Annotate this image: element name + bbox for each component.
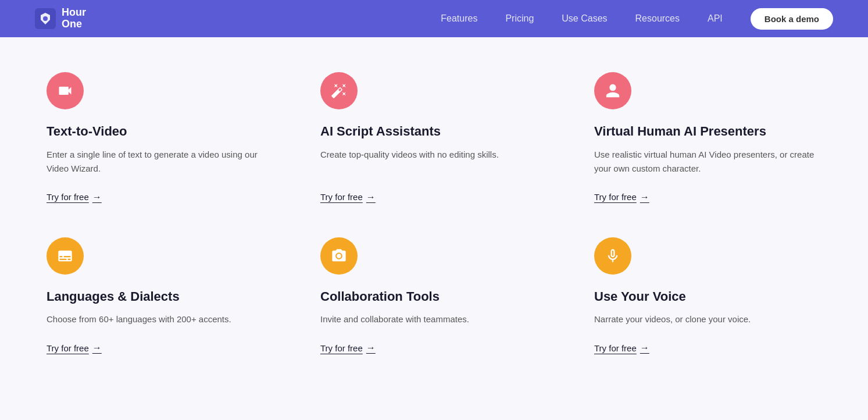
feature-card-ai-script: AI Script Assistants Create top-quality … — [320, 72, 548, 202]
text-to-video-icon-circle — [47, 72, 84, 109]
nav-use-cases[interactable]: Use Cases — [562, 13, 607, 24]
voice-desc: Narrate your videos, or clone your voice… — [594, 312, 821, 326]
feature-card-languages: Languages & Dialects Choose from 60+ lan… — [47, 237, 274, 354]
arrow-icon: → — [640, 343, 649, 353]
feature-card-collaboration: Collaboration Tools Invite and collabora… — [320, 237, 548, 354]
magic-icon — [331, 83, 347, 99]
feature-card-text-to-video: Text-to-Video Enter a single line of tex… — [47, 72, 274, 202]
text-to-video-desc: Enter a single line of text to generate … — [47, 148, 274, 176]
collaboration-icon-circle — [320, 237, 358, 275]
languages-desc: Choose from 60+ languages with 200+ acce… — [47, 312, 274, 326]
collaboration-cta[interactable]: Try for free → — [320, 343, 376, 353]
arrow-icon: → — [366, 343, 376, 353]
logo-icon — [35, 8, 56, 29]
collaboration-desc: Invite and collaborate with teammates. — [320, 312, 548, 326]
nav-api[interactable]: API — [708, 13, 723, 24]
voice-icon-circle — [594, 237, 631, 275]
book-demo-button[interactable]: Book a demo — [751, 8, 833, 30]
captions-icon — [57, 248, 73, 264]
virtual-human-cta[interactable]: Try for free → — [594, 192, 649, 202]
person-icon — [605, 83, 621, 99]
navbar: Hour One Features Pricing Use Cases Reso… — [0, 0, 868, 37]
mic-icon — [605, 248, 621, 264]
nav-links: Features Pricing Use Cases Resources API… — [441, 8, 833, 30]
virtual-human-title: Virtual Human AI Presenters — [594, 123, 821, 140]
features-grid: Text-to-Video Enter a single line of tex… — [47, 72, 821, 353]
arrow-icon: → — [640, 192, 649, 202]
camera-icon — [331, 248, 347, 264]
svg-point-1 — [43, 16, 48, 21]
languages-title: Languages & Dialects — [47, 289, 274, 305]
nav-resources[interactable]: Resources — [635, 13, 680, 24]
ai-script-title: AI Script Assistants — [320, 123, 548, 140]
feature-card-virtual-human: Virtual Human AI Presenters Use realisti… — [594, 72, 821, 202]
feature-card-voice: Use Your Voice Narrate your videos, or c… — [594, 237, 821, 354]
text-to-video-cta[interactable]: Try for free → — [47, 192, 102, 202]
voice-title: Use Your Voice — [594, 289, 821, 305]
virtual-human-icon-circle — [594, 72, 631, 109]
nav-pricing[interactable]: Pricing — [505, 13, 534, 24]
collaboration-title: Collaboration Tools — [320, 289, 548, 305]
languages-cta[interactable]: Try for free → — [47, 343, 102, 353]
arrow-icon: → — [92, 192, 102, 202]
arrow-icon: → — [92, 343, 102, 353]
video-icon — [57, 83, 73, 99]
ai-script-cta[interactable]: Try for free → — [320, 192, 376, 202]
main-content: Text-to-Video Enter a single line of tex… — [0, 37, 868, 376]
nav-features[interactable]: Features — [441, 13, 477, 24]
logo[interactable]: Hour One — [35, 7, 86, 30]
logo-text: Hour One — [62, 7, 86, 30]
virtual-human-desc: Use realistic virtual human AI Video pre… — [594, 148, 821, 176]
voice-cta[interactable]: Try for free → — [594, 343, 649, 353]
ai-script-desc: Create top-quality videos with no editin… — [320, 148, 548, 176]
ai-script-icon-circle — [320, 72, 358, 109]
text-to-video-title: Text-to-Video — [47, 123, 274, 140]
arrow-icon: → — [366, 192, 376, 202]
languages-icon-circle — [47, 237, 84, 275]
